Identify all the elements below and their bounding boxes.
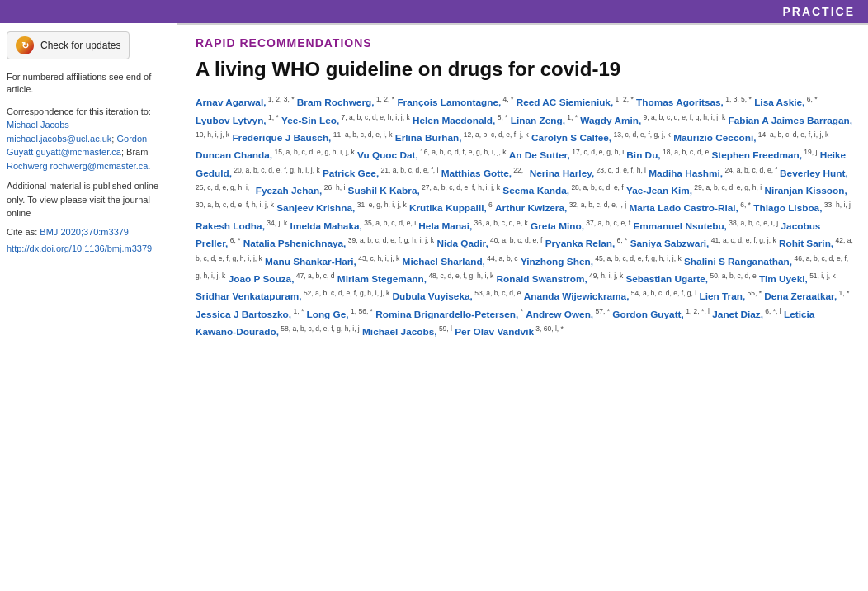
author-joao-souza: Joao P Souza, bbox=[229, 273, 295, 285]
author-arthur-kwizera: Arthur Kwizera, bbox=[495, 202, 567, 214]
author-seema-kanda: Seema Kanda, bbox=[502, 185, 569, 196]
author-ronald-swanstrom: Ronald Swanstrom, bbox=[497, 273, 587, 285]
rapid-recommendations-label: RAPID RECOMMENDATIONS bbox=[196, 36, 853, 50]
author-yee-sin-leo: Yee-Sin Leo, bbox=[281, 114, 339, 125]
author-rakesh-lodha: Rakesh Lodha, bbox=[196, 220, 265, 232]
cite-as-value[interactable]: BMJ 2020;370:m3379 bbox=[40, 227, 129, 237]
author-dena-zeraatkar: Dena Zeraatkar, bbox=[764, 291, 837, 302]
author-bram-rochwerg: Bram Rochwerg, bbox=[297, 97, 375, 108]
affiliations-note: For numbered affiliations see end of art… bbox=[7, 71, 167, 97]
author-jessica-bartoszko: Jessica J Bartoszko, bbox=[196, 309, 291, 320]
author-reed-siemieniuk: Reed AC Siemieniuk, bbox=[517, 97, 614, 108]
author-beverley-hunt: Beverley Hunt, bbox=[780, 168, 848, 179]
author-pryanka-relan: Pryanka Relan, bbox=[545, 238, 616, 249]
main-content: RAPID RECOMMENDATIONS A living WHO guide… bbox=[177, 23, 868, 352]
author-madiha-hashmi: Madiha Hashmi, bbox=[649, 168, 723, 179]
author-sridhar-venkatapuram: Sridhar Venkatapuram, bbox=[196, 291, 302, 302]
author-tim-uyeki: Tim Uyeki, bbox=[759, 273, 808, 285]
correspondence-section: Correspondence for this iteration to: Mi… bbox=[7, 105, 167, 173]
author-bin-du: Bin Du, bbox=[626, 149, 660, 161]
author-lisa-askie: Lisa Askie, bbox=[754, 97, 804, 108]
author-nida-qadir: Nida Qadir, bbox=[436, 238, 488, 249]
main-layout: ↻ Check for updates For numbered affilia… bbox=[0, 23, 868, 352]
author-sebastian-ugarte: Sebastian Ugarte, bbox=[625, 273, 708, 285]
author-matthias-gotte: Matthias Gotte, bbox=[441, 168, 512, 179]
author-andrew-owen: Andrew Owen, bbox=[526, 309, 593, 320]
author-sanjeev-krishna: Sanjeev Krishna, bbox=[276, 202, 355, 214]
top-bar: PRACTICE bbox=[0, 0, 868, 23]
author-natalia-pshenichnaya: Natalia Pshenichnaya, bbox=[243, 238, 347, 249]
authors-block: Arnav Agarwal, 1, 2, 3, * Bram Rochwerg,… bbox=[196, 93, 853, 340]
check-updates-button[interactable]: ↻ Check for updates bbox=[7, 31, 130, 59]
cite-as-section: Cite as: BMJ 2020;370:m3379 bbox=[7, 227, 167, 237]
rochwerg-link[interactable]: Rochwerg bbox=[7, 161, 48, 171]
author-wagdy-amin: Wagdy Amin, bbox=[580, 114, 641, 125]
author-thomas-agoritsas: Thomas Agoritsas, bbox=[636, 97, 724, 108]
author-stephen-freedman: Stephen Freedman, bbox=[712, 149, 802, 161]
author-manu-shankar-hari: Manu Shankar-Hari, bbox=[265, 255, 356, 267]
author-shalini-ranganathan: Shalini S Ranganathan, bbox=[684, 255, 792, 267]
doi-link[interactable]: http://dx.doi.org/10.1136/bmj.m3379 bbox=[7, 243, 152, 253]
author-yae-jean-kim: Yae-Jean Kim, bbox=[626, 185, 692, 196]
additional-material-note: Additional material is published online … bbox=[7, 179, 167, 220]
author-frederique-bausch: Frederique J Bausch, bbox=[232, 132, 331, 144]
author-an-de-sutter: An De Sutter, bbox=[509, 149, 570, 161]
author-greta-mino: Greta Mino, bbox=[531, 220, 584, 232]
author-maurizio-cecconi: Maurizio Cecconi, bbox=[673, 132, 756, 144]
author-yinzhong-shen: Yinzhong Shen, bbox=[521, 255, 593, 267]
author-carolyn-calfee: Carolyn S Calfee, bbox=[531, 132, 611, 144]
doi-section: http://dx.doi.org/10.1136/bmj.m3379 bbox=[7, 243, 167, 253]
guyatt-email-link[interactable]: guyatt@mcmaster.ca bbox=[35, 147, 120, 157]
author-emmanuel-nsutebu: Emmanuel Nsutebu, bbox=[633, 220, 726, 232]
author-duncan-chanda: Duncan Chanda, bbox=[196, 149, 272, 161]
author-marta-lado: Marta Lado Castro-Rial, bbox=[629, 202, 738, 214]
author-imelda-mahaka: Imelda Mahaka, bbox=[290, 220, 362, 232]
author-michael-sharland: Michael Sharland, bbox=[403, 255, 485, 267]
author-sushil-kabra: Sushil K Kabra, bbox=[348, 185, 420, 196]
author-hela-manai: Hela Manai, bbox=[418, 220, 472, 232]
author-thiago-lisboa: Thiago Lisboa, bbox=[753, 202, 822, 214]
check-updates-text: Check for updates bbox=[40, 40, 120, 51]
author-helen-macdonald: Helen Macdonald, bbox=[413, 114, 495, 125]
check-updates-icon: ↻ bbox=[16, 36, 34, 54]
author-nerina-harley: Nerina Harley, bbox=[530, 168, 594, 179]
rochwerg-email-link[interactable]: rochwerg@mcmaster.ca bbox=[50, 161, 149, 171]
author-gordon-guyatt: Gordon Guyatt, bbox=[612, 309, 684, 320]
author-linan-zeng: Linan Zeng, bbox=[511, 114, 565, 125]
michael-jacobs-link[interactable]: Michael Jacobs bbox=[7, 120, 69, 130]
jacobs-email-link[interactable]: michael.jacobs@ucl.ac.uk bbox=[7, 134, 111, 144]
author-vu-quoc-dat: Vu Quoc Dat, bbox=[357, 149, 418, 161]
author-per-olav-vandvik: Per Olav Vandvik bbox=[455, 326, 534, 338]
sidebar: ↻ Check for updates For numbered affilia… bbox=[0, 23, 177, 352]
author-krutika-kuppalli: Krutika Kuppalli, bbox=[409, 202, 487, 214]
author-michael-jacobs: Michael Jacobs, bbox=[362, 326, 436, 338]
author-arnav-agarwal: Arnav Agarwal, bbox=[196, 97, 266, 108]
author-francois-lamontagne: François Lamontagne, bbox=[397, 97, 501, 108]
author-dubula-vuyiseka: Dubula Vuyiseka, bbox=[393, 291, 473, 302]
author-niranjan-kissoon: Niranjan Kissoon, bbox=[764, 185, 847, 196]
author-rohit-sarin: Rohit Sarin, bbox=[779, 238, 833, 249]
author-fyezah-jehan: Fyezah Jehan, bbox=[256, 185, 323, 196]
cite-as-label: Cite as: bbox=[7, 227, 40, 237]
author-long-ge: Long Ge, bbox=[306, 309, 348, 320]
author-erlina-burhan: Erlina Burhan, bbox=[395, 132, 462, 144]
author-janet-diaz: Janet Diaz, bbox=[712, 309, 763, 320]
article-title: A living WHO guideline on drugs for covi… bbox=[196, 56, 853, 82]
author-saniya-sabzwari: Saniya Sabzwari, bbox=[630, 238, 710, 249]
author-lien-tran: Lien Tran, bbox=[699, 291, 745, 302]
author-miriam-stegemann: Miriam Stegemann, bbox=[337, 273, 427, 285]
author-fabian-jaimes: Fabian A Jaimes Barragan, bbox=[729, 114, 853, 125]
author-lyubov-lytvyn: Lyubov Lytvyn, bbox=[196, 114, 267, 125]
author-patrick-gee: Patrick Gee, bbox=[323, 168, 379, 179]
author-romina-brignardello: Romina Brignardello-Petersen, bbox=[375, 309, 518, 320]
author-ananda-wijewickrama: Ananda Wijewickrama, bbox=[524, 291, 630, 302]
practice-label: PRACTICE bbox=[782, 5, 855, 18]
